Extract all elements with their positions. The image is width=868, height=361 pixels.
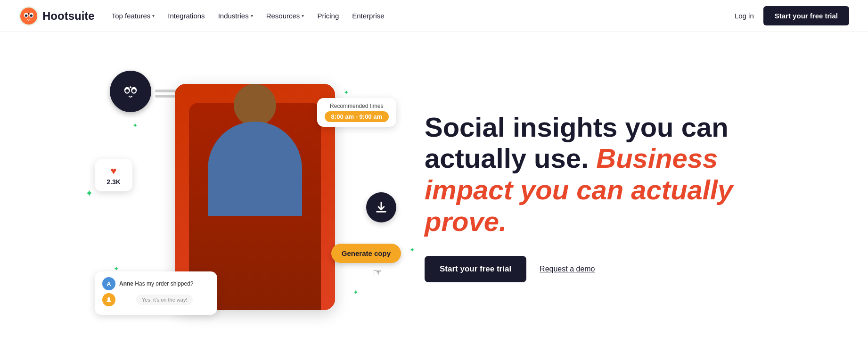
nav-link-industries[interactable]: Industries ▾ bbox=[218, 12, 253, 20]
login-link[interactable]: Log in bbox=[735, 12, 754, 20]
chat-message-body: Has my order shipped? bbox=[135, 280, 193, 287]
cursor-icon: ☞ bbox=[373, 267, 382, 279]
sparkle-icon: ✦ bbox=[132, 122, 138, 129]
nav-link-top-features[interactable]: Top features ▾ bbox=[112, 12, 155, 20]
chat-bot-avatar bbox=[102, 293, 115, 306]
nav-link-integrations[interactable]: Integrations bbox=[168, 12, 205, 20]
nav-link-enterprise[interactable]: Enterprise bbox=[352, 12, 384, 20]
navbar: Hootsuite Top features ▾ Integrations In… bbox=[0, 0, 868, 32]
chevron-down-icon: ▾ bbox=[302, 13, 304, 18]
svg-marker-10 bbox=[130, 86, 132, 88]
chat-reply-input[interactable]: Yes, it's on the way! bbox=[136, 295, 193, 305]
svg-point-0 bbox=[20, 8, 37, 25]
person-shirt bbox=[208, 122, 302, 216]
generate-copy-label: Generate copy bbox=[342, 249, 391, 257]
svg-point-4 bbox=[30, 14, 33, 16]
hero-heading: Social insights you can actually use. Bu… bbox=[425, 112, 745, 238]
svg-point-11 bbox=[107, 297, 110, 300]
person-head bbox=[234, 84, 276, 126]
recommended-times-badge: Recommended times 8:00 am - 9:00 am bbox=[317, 98, 396, 127]
logo[interactable]: Hootsuite bbox=[19, 6, 95, 26]
chat-sender-avatar: A bbox=[102, 277, 115, 290]
like-count-value: 2.3K bbox=[106, 178, 121, 186]
sparkle-icon: ✦ bbox=[353, 288, 359, 296]
heart-icon: ♥ bbox=[110, 165, 116, 177]
chat-sender-name: Anne bbox=[119, 280, 133, 287]
hero-trial-button[interactable]: Start your free trial bbox=[425, 256, 526, 282]
chevron-down-icon: ▾ bbox=[251, 13, 253, 18]
svg-point-3 bbox=[25, 14, 27, 16]
nav-right: Log in Start your free trial bbox=[735, 6, 849, 25]
nav-links: Top features ▾ Integrations Industries ▾… bbox=[112, 12, 385, 20]
sparkle-icon: ✦ bbox=[344, 89, 349, 96]
svg-point-8 bbox=[125, 89, 129, 92]
chat-card: A Anne Has my order shipped? Yes, it's o… bbox=[95, 271, 217, 315]
nav-link-pricing[interactable]: Pricing bbox=[317, 12, 339, 20]
nav-trial-button[interactable]: Start your free trial bbox=[763, 6, 849, 25]
hero-section: ✦ ✦ ✦ ✦ ✦ ✦ bbox=[0, 32, 868, 361]
chat-message-row: A Anne Has my order shipped? bbox=[102, 277, 210, 290]
brand-logo-circle bbox=[110, 71, 151, 112]
rec-times-label: Recommended times bbox=[330, 103, 383, 109]
svg-point-9 bbox=[132, 89, 136, 92]
logo-owl-icon bbox=[19, 6, 39, 26]
chat-reply-row: Yes, it's on the way! bbox=[102, 293, 210, 306]
like-count-badge: ♥ 2.3K bbox=[95, 159, 132, 191]
hero-illustration: ✦ ✦ ✦ ✦ ✦ ✦ bbox=[123, 84, 387, 310]
chat-message-text: Anne Has my order shipped? bbox=[119, 280, 193, 287]
sparkle-icon: ✦ bbox=[85, 188, 93, 199]
sparkle-icon: ✦ bbox=[409, 246, 415, 254]
hero-cta: Start your free trial Request a demo bbox=[425, 256, 745, 282]
logo-text: Hootsuite bbox=[42, 9, 95, 23]
generate-copy-badge: Generate copy bbox=[331, 244, 401, 263]
nav-left: Hootsuite Top features ▾ Integrations In… bbox=[19, 6, 385, 26]
download-icon-circle bbox=[366, 192, 396, 222]
hero-text: Social insights you can actually use. Bu… bbox=[425, 112, 745, 283]
rec-times-value: 8:00 am - 9:00 am bbox=[325, 111, 389, 122]
chevron-down-icon: ▾ bbox=[152, 13, 155, 18]
request-demo-link[interactable]: Request a demo bbox=[540, 265, 595, 273]
nav-link-resources[interactable]: Resources ▾ bbox=[266, 12, 304, 20]
